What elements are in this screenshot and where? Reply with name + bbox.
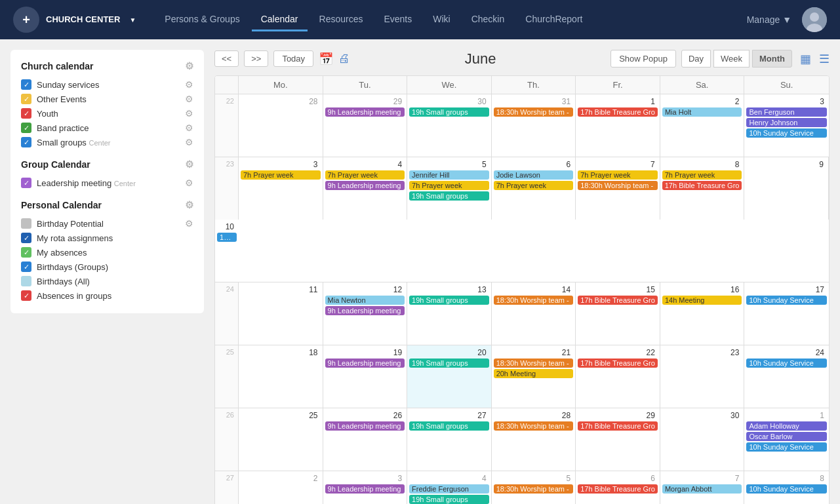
band-practice-gear-icon[interactable]: ⚙ xyxy=(185,123,193,133)
day-cell-25[interactable]: 25 xyxy=(239,408,323,471)
event-worship-14[interactable]: 18:30h Worship team - xyxy=(494,296,574,305)
sidebar-item-small-groups[interactable]: ✓ Small groups Center ⚙ xyxy=(21,135,193,149)
event-worship-team-1[interactable]: 18:30h Worship team - xyxy=(494,107,574,117)
day-cell-1-jun[interactable]: 1 17h Bible Treasure Gro xyxy=(576,94,660,157)
day-cell-4-w23[interactable]: 4 7h Prayer week 9h Leadership meeting xyxy=(323,157,408,220)
day-cell-3-jun[interactable]: 3 Ben Ferguson Henry Johnson 10h Sunday … xyxy=(744,94,829,157)
checkbox-band-practice[interactable]: ✓ xyxy=(21,123,31,133)
day-cell-29[interactable]: 29 17h Bible Treasure Gro xyxy=(576,408,660,471)
checkbox-small-groups[interactable]: ✓ xyxy=(21,137,31,147)
day-cell-14[interactable]: 14 18:30h Worship team - xyxy=(492,282,576,345)
personal-calendar-gear-icon[interactable]: ⚙ xyxy=(185,199,193,211)
nav-events[interactable]: Events xyxy=(374,9,421,31)
event-freddie-ferguson[interactable]: Freddie Ferguson xyxy=(409,484,489,494)
sidebar-item-birthdays-all[interactable]: Birthdays (All) xyxy=(21,274,193,288)
day-cell-28-may[interactable]: 28 xyxy=(239,94,323,157)
event-jodie-lawson[interactable]: Jodie Lawson xyxy=(494,170,574,180)
day-cell-4-jul[interactable]: 4 Freddie Ferguson 19h Small groups xyxy=(407,471,492,504)
sidebar-item-band-practice[interactable]: ✓ Band practice ⚙ xyxy=(21,121,193,135)
event-worship-21[interactable]: 18:30h Worship team - xyxy=(494,359,574,368)
leadership-meeting-gear-icon[interactable]: ⚙ xyxy=(185,178,193,188)
day-cell-7-w23[interactable]: 7 7h Prayer week 18:30h Worship team - xyxy=(576,157,660,220)
event-morgan-abbott[interactable]: Morgan Abbott xyxy=(662,484,742,494)
event-bible-treasure-15[interactable]: 17h Bible Treasure Gro xyxy=(578,296,658,305)
event-worship-7[interactable]: 18:30h Worship team - xyxy=(578,181,658,190)
day-cell-15[interactable]: 15 17h Bible Treasure Gro xyxy=(576,282,660,345)
event-leadership-12[interactable]: 9h Leadership meeting xyxy=(325,306,405,315)
day-cell-3-w23[interactable]: 3 7h Prayer week xyxy=(239,157,323,220)
view-week-button[interactable]: Week xyxy=(713,50,750,68)
day-cell-28[interactable]: 28 18:30h Worship team - xyxy=(492,408,576,471)
event-sunday-service-3[interactable]: 10h Sunday Service xyxy=(746,296,827,305)
event-jennifer-hill[interactable]: Jennifer Hill xyxy=(409,170,489,180)
event-adam-holloway[interactable]: Adam Holloway xyxy=(746,421,827,431)
sidebar-item-birthdays-groups[interactable]: ✓ Birthdays (Groups) xyxy=(21,260,193,274)
day-cell-30[interactable]: 30 xyxy=(660,408,745,471)
event-small-groups-20[interactable]: 19h Small groups xyxy=(409,359,489,368)
nav-persons-groups[interactable]: Persons & Groups xyxy=(155,9,249,31)
event-prayer-week-8[interactable]: 7h Prayer week xyxy=(662,170,742,180)
day-cell-20[interactable]: 20 19h Small groups xyxy=(407,345,492,408)
event-prayer-week-6[interactable]: 7h Prayer week xyxy=(494,181,574,190)
event-sunday-service-5[interactable]: 10h Sunday Service xyxy=(746,442,827,452)
calendar-grid-icon[interactable]: 📅 xyxy=(319,52,333,66)
show-popup-button[interactable]: Show Popup xyxy=(610,50,676,68)
checkbox-birthdays-groups[interactable]: ✓ xyxy=(21,262,31,272)
day-cell-6-jul[interactable]: 6 17h Bible Treasure Gro xyxy=(576,471,660,504)
list-view-icon[interactable]: ☰ xyxy=(819,52,830,66)
day-cell-30-may[interactable]: 30 19h Small groups xyxy=(407,94,492,157)
checkbox-leadership-meeting[interactable]: ✓ xyxy=(21,178,31,188)
other-events-gear-icon[interactable]: ⚙ xyxy=(185,94,193,104)
day-cell-17[interactable]: 17 10h Sunday Service xyxy=(744,282,829,345)
prev-button[interactable]: << xyxy=(214,50,239,67)
event-small-groups-4-jul[interactable]: 19h Small groups xyxy=(409,495,489,504)
event-worship-5-jul[interactable]: 18:30h Worship team - xyxy=(494,484,574,494)
event-worship-28[interactable]: 18:30h Worship team - xyxy=(494,421,574,431)
event-leadership-3-jul[interactable]: 9h Leadership meeting xyxy=(325,484,405,494)
checkbox-youth[interactable]: ✓ xyxy=(21,108,31,119)
checkbox-sunday-services[interactable]: ✓ xyxy=(21,79,31,90)
manage-button[interactable]: Manage ▼ xyxy=(747,14,791,25)
event-small-groups-5[interactable]: 19h Small groups xyxy=(409,191,489,201)
event-meeting-16[interactable]: 14h Meeting xyxy=(662,296,742,305)
view-day-button[interactable]: Day xyxy=(681,50,711,68)
day-cell-23[interactable]: 23 xyxy=(660,345,745,408)
day-cell-7-jul[interactable]: 7 Morgan Abbott xyxy=(660,471,745,504)
event-prayer-week-5[interactable]: 7h Prayer week xyxy=(409,181,489,190)
day-cell-19[interactable]: 19 9h Leadership meeting xyxy=(323,345,408,408)
event-small-groups-27[interactable]: 19h Small groups xyxy=(409,421,489,431)
sidebar-item-my-rota[interactable]: ✓ My rota assignmens xyxy=(21,231,193,245)
day-cell-2-jun[interactable]: 2 Mia Holt xyxy=(660,94,745,157)
event-leadership-26[interactable]: 9h Leadership meeting xyxy=(325,421,405,431)
nav-wiki[interactable]: Wiki xyxy=(424,9,459,31)
event-mia-holt[interactable]: Mia Holt xyxy=(662,107,742,117)
event-meeting-21[interactable]: 20h Meeting xyxy=(494,369,574,378)
event-bible-treasure-1[interactable]: 17h Bible Treasure Gro xyxy=(578,107,658,117)
group-calendar-gear-icon[interactable]: ⚙ xyxy=(185,159,193,170)
event-prayer-week-mon[interactable]: 7h Prayer week xyxy=(241,170,321,180)
day-cell-8-w23[interactable]: 8 7h Prayer week 17h Bible Treasure Gro xyxy=(660,157,745,220)
day-cell-18[interactable]: 18 xyxy=(239,345,323,408)
event-henry-johnson[interactable]: Henry Johnson xyxy=(746,118,827,127)
event-oscar-barlow[interactable]: Oscar Barlow xyxy=(746,432,827,441)
sidebar-item-sunday-services[interactable]: ✓ Sunday services ⚙ xyxy=(21,77,193,92)
event-small-groups-1[interactable]: 19h Small groups xyxy=(409,107,489,117)
day-cell-11[interactable]: 11 xyxy=(239,282,323,345)
sidebar-item-other-events[interactable]: ✓ Other Events ⚙ xyxy=(21,92,193,106)
checkbox-my-absences[interactable]: ✓ xyxy=(21,247,31,258)
event-sunday-service-2[interactable]: 10h Sunday Service xyxy=(217,233,237,242)
event-prayer-week-4[interactable]: 7h Prayer week xyxy=(325,170,405,180)
next-button[interactable]: >> xyxy=(244,50,268,67)
event-bible-treasure-22[interactable]: 17h Bible Treasure Gro xyxy=(578,359,658,368)
checkbox-birthday-potential[interactable] xyxy=(21,218,31,229)
nav-resources[interactable]: Resources xyxy=(310,9,372,31)
user-avatar[interactable] xyxy=(802,7,827,32)
day-cell-12[interactable]: 12 Mia Newton 9h Leadership meeting xyxy=(323,282,408,345)
day-cell-24[interactable]: 24 10h Sunday Service xyxy=(744,345,829,408)
event-leadership-19[interactable]: 9h Leadership meeting xyxy=(325,359,405,368)
checkbox-birthdays-all[interactable] xyxy=(21,276,31,286)
small-groups-gear-icon[interactable]: ⚙ xyxy=(185,137,193,147)
sidebar-item-my-absences[interactable]: ✓ My absences xyxy=(21,245,193,260)
day-cell-10-w23[interactable]: 10 10h Sunday Service xyxy=(215,220,239,282)
view-month-button[interactable]: Month xyxy=(752,50,792,68)
